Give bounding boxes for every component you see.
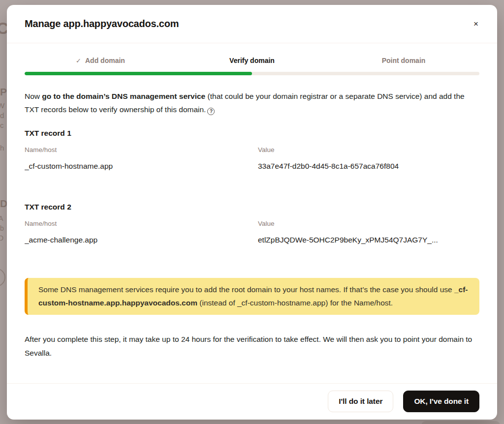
wizard-stepper: ✓ Add domain Verify domain Point domain: [25, 57, 479, 64]
record-value-value: etlZpBJQDWe-5OHC2P9beKy_xPMJ54Q7JAG7Y_..…: [258, 236, 479, 244]
dialog-header: Manage app.happyavocados.com ×: [7, 5, 497, 43]
name-host-column-header: Name/host: [25, 146, 258, 153]
value-column-header: Value: [258, 220, 479, 227]
background-text-fragment: h: [0, 144, 4, 151]
step-label: Add domain: [85, 57, 125, 64]
background-text-fragment: P: [0, 87, 7, 97]
record-heading: TXT record 2: [25, 203, 479, 212]
background-circle-shape: [0, 268, 5, 287]
background-text-fragment: D: [0, 235, 3, 242]
value-column-header: Value: [258, 146, 479, 153]
brand-name: Sevalla: [25, 349, 50, 357]
record-heading: TXT record 1: [25, 129, 479, 138]
background-text-fragment: A: [0, 215, 3, 222]
progress-bar: [25, 72, 479, 75]
step-add-domain[interactable]: ✓ Add domain: [25, 57, 176, 64]
step-label: Verify domain: [229, 57, 275, 64]
instructions-text: Now go to the domain’s DNS management se…: [25, 90, 479, 116]
background-text-fragment: b: [0, 225, 4, 232]
dialog-body: ✓ Add domain Verify domain Point domain …: [7, 43, 497, 383]
close-button[interactable]: ×: [470, 17, 482, 31]
background-text-fragment: D: [0, 198, 7, 209]
background-text-fragment: d: [0, 112, 4, 119]
step-label: Point domain: [382, 57, 426, 64]
note-text-part: .: [50, 349, 52, 357]
step-verify-domain: Verify domain: [176, 57, 328, 64]
note-text-part: After you complete this step, it may tak…: [25, 335, 472, 343]
dialog-title: Manage app.happyavocados.com: [25, 18, 179, 30]
help-icon[interactable]: ?: [207, 108, 215, 115]
record-name-host-value: _acme-challenge.app: [25, 236, 258, 244]
record-table: Name/host Value _cf-custom-hostname.app …: [25, 138, 479, 171]
verification-note-text: After you complete this step, it may tak…: [25, 333, 479, 360]
do-it-later-button[interactable]: I'll do it later: [328, 391, 393, 412]
close-icon: ×: [473, 19, 478, 29]
step-point-domain: Point domain: [328, 57, 479, 64]
record-name-host-value: _cf-custom-hostname.app: [25, 162, 258, 171]
background-text-fragment: W: [0, 102, 4, 109]
txt-record-2-section: TXT record 2 Name/host Value _acme-chall…: [25, 203, 479, 244]
background-text-fragment: c: [0, 121, 4, 129]
background-card-edge: [421, 421, 500, 424]
name-host-column-header: Name/host: [25, 220, 258, 227]
instructions-text-part: Now: [25, 92, 42, 100]
callout-text-part: (instead of _cf-custom-hostname.app) for…: [197, 299, 393, 307]
dialog-footer: I'll do it later OK, I've done it: [7, 383, 497, 420]
ok-done-button[interactable]: OK, I've done it: [403, 391, 479, 412]
callout-text-part: Some DNS management services require you…: [38, 285, 454, 294]
checkmark-icon: ✓: [76, 57, 81, 64]
dns-warning-callout: Some DNS management services require you…: [25, 278, 479, 315]
manage-domain-dialog: Manage app.happyavocados.com × ✓ Add dom…: [7, 5, 497, 420]
txt-record-1-section: TXT record 1 Name/host Value _cf-custom-…: [25, 129, 479, 171]
progress-bar-fill: [25, 72, 252, 75]
record-table: Name/host Value _acme-challenge.app etlZ…: [25, 212, 479, 244]
instructions-bold-text: go to the domain’s DNS management servic…: [42, 92, 205, 100]
record-value-value: 33a7e47f-d2b0-4d45-8c1a-657aca76f804: [258, 162, 479, 171]
